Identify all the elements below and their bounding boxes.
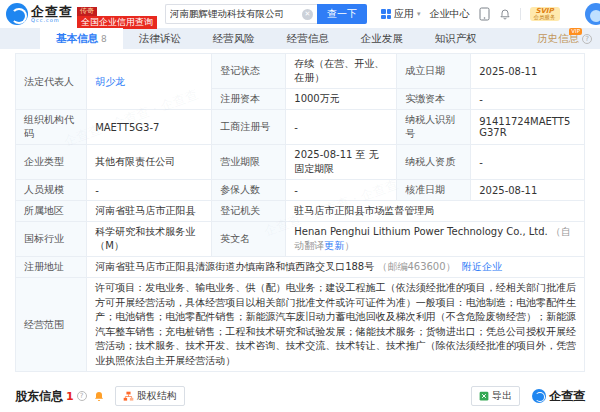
qcc-logo[interactable]: 企查查 Qcc.com [6,3,73,25]
info-icon[interactable]: ? [77,391,87,401]
notification-bell-icon[interactable] [499,8,511,21]
promo-banner: 传奇 全国企业信用查询 [77,0,157,29]
english-name-value: Henan Penghui Lithium Power Technology C… [294,226,548,237]
top-header: 企查查 Qcc.com 传奇 全国企业信用查询 ✕ 查一下 应用 ▾ 企业中心 … [0,0,600,28]
equity-structure-label: 股权结构 [137,389,177,403]
monitor-bell-icon[interactable] [93,390,105,403]
tab-label: 知识产权 [435,32,477,46]
export-excel-icon [479,391,489,401]
promo-banner-top: 传奇 [77,7,97,16]
field-label: 成立日期 [397,54,471,89]
qcc-logo-icon [6,3,28,25]
paid-capital-value: - [471,89,585,110]
business-scope-value: 许可项目：发电业务、输电业务、供（配）电业务；建设工程施工（依法须经批准的项目，… [87,278,585,372]
field-label: 实缴资本 [397,89,471,110]
staff-size-value: - [87,180,212,201]
shareholders-header: 股东信息 1 ? 股权结构 导出 企查查 [15,386,585,406]
company-type-value: 其他有限责任公司 [87,145,212,180]
tab-count: 8 [101,34,107,44]
tab-bar: 基本信息 8 法律诉讼 经营风险 经营信息 企业发展 知识产权 历史信息 VIP… [0,28,600,49]
org-chart-icon [123,391,134,402]
org-code-value: MAETT5G3-7 [87,110,212,145]
field-label: 注册资本 [212,89,286,110]
chevron-down-icon: ▾ [417,10,421,18]
company-info-table: 法定代表人 胡少龙 登记状态 存续（在营、开业、在册） 成立日期 2025-08… [15,53,585,372]
auto-translate-note-end: ） [344,240,354,251]
english-name-cell: Henan Penghui Lithium Power Technology C… [286,222,585,257]
nearby-companies-link[interactable]: 附近企业 [462,261,502,272]
apps-grid-icon [381,9,391,19]
enterprise-center-link[interactable]: 企业中心 [430,7,470,21]
export-button[interactable]: 导出 [471,386,520,406]
field-label: 英文名 [212,222,286,257]
reg-status-value: 存续（在营、开业、在册） [286,54,397,89]
field-label: 纳税人识别号 [397,110,471,145]
search-input[interactable] [170,9,302,20]
biz-reg-no-value: - [286,110,397,145]
search-button[interactable]: 查一下 [317,4,367,24]
tab-business-info[interactable]: 经营信息 [271,28,345,49]
reg-authority-value: 驻马店市正阳县市场监督管理局 [286,201,585,222]
field-label: 经营范围 [16,278,87,372]
legal-rep-cell: 胡少龙 [87,54,212,110]
field-label: 工商注册号 [212,110,286,145]
apps-label: 应用 [394,7,414,21]
taxpayer-id-value: 91411724MAETT5G37R [471,110,585,145]
mobile-app-icon[interactable] [479,7,490,21]
field-label: 所属地区 [16,201,87,222]
vip-badge: VIP [569,28,582,35]
shareholders-count: 1 [66,390,74,403]
field-label: 法定代表人 [16,54,87,110]
address-value: 河南省驻马店市正阳县清源街道办慎南路和慎西路交叉口188号 [95,261,374,272]
tab-label: 企业发展 [361,32,403,46]
equity-structure-button[interactable]: 股权结构 [115,386,185,406]
field-label: 纳税人资质 [397,145,471,180]
promo-banner-main: 全国企业信用查询 [77,16,157,29]
tab-legal[interactable]: 法律诉讼 [123,28,197,49]
industry-value: 科学研究和技术服务业（M） [87,222,212,257]
clear-icon[interactable]: ✕ [302,9,313,20]
user-avatar[interactable] [585,3,600,25]
legal-rep-link[interactable]: 胡少龙 [95,76,125,87]
biz-term-value: 2025-08-11 至 无固定期限 [286,145,397,180]
tab-label: 经营信息 [287,32,329,46]
approval-date-value: 2025-08-11 [471,180,585,201]
shareholders-title: 股东信息 [15,388,63,405]
field-label: 企业类型 [16,145,87,180]
field-label: 登记机关 [212,201,286,222]
svip-sublabel: 会员服务 [534,15,556,21]
tab-history[interactable]: 历史信息 VIP ? [521,28,600,49]
help-icon[interactable]: ? [582,34,592,44]
field-label: 国标行业 [16,222,87,257]
est-date-value: 2025-08-11 [471,54,585,89]
tab-label: 基本信息 [56,32,98,46]
apps-menu[interactable]: 应用 ▾ [381,7,421,21]
tab-ip[interactable]: 知识产权 [419,28,493,49]
header-divider [520,8,521,20]
tab-label: 经营风险 [213,32,255,46]
svip-badge[interactable]: SVIP 会员服务 [530,7,560,22]
basic-info-section: 企查查 · 企查查 · 企查查 企查查 · 企查查 · 企查查 法定代表人 胡少… [0,49,600,372]
field-label: 人员规模 [16,180,87,201]
update-link[interactable]: 更新 [324,240,344,251]
field-label: 组织机构代码 [16,110,87,145]
field-label: 参保人数 [212,180,286,201]
field-label: 注册地址 [16,257,87,278]
field-label: 登记状态 [212,54,286,89]
search-box: ✕ [165,4,317,24]
address-cell: 河南省驻马店市正阳县清源街道办慎南路和慎西路交叉口188号 （邮编463600）… [87,257,585,278]
qcc-logo-icon [532,389,546,403]
address-zip: （邮编463600） [377,261,455,272]
region-value: 河南省驻马店市正阳县 [87,201,212,222]
field-label: 营业期限 [212,145,286,180]
tab-label: 法律诉讼 [139,32,181,46]
field-label: 核准日期 [397,180,471,201]
reg-capital-value: 1000万元 [286,89,397,110]
qcc-watermark-text: 企查查 [549,388,585,405]
insured-value: - [286,180,397,201]
tab-development[interactable]: 企业发展 [345,28,419,49]
taxpayer-qual-value: - [471,145,585,180]
tab-basic-info[interactable]: 基本信息 8 [40,28,123,49]
tab-business-risk[interactable]: 经营风险 [197,28,271,49]
qcc-watermark-logo: 企查查 [532,388,585,405]
